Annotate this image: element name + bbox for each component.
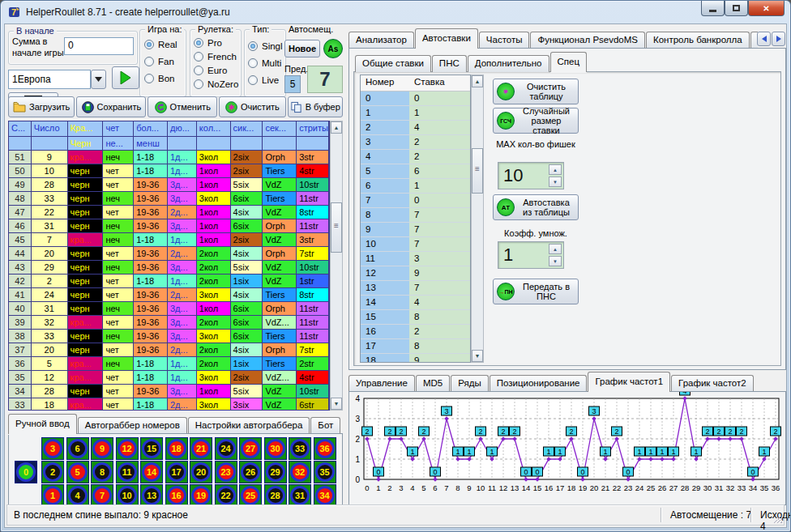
radio-icon[interactable] [194, 79, 203, 89]
send-to-pns-button[interactable]: →ПН Передать в ПНС [493, 279, 579, 304]
number-button-24[interactable]: 24 [215, 437, 237, 460]
number-button-1[interactable]: 1 [41, 484, 64, 507]
radio-icon[interactable] [248, 41, 258, 51]
spin-up-icon[interactable]: ▲ [549, 164, 562, 175]
table-row[interactable]: 4420чернчет19-362д...2кол4sixOrph7str [9, 247, 329, 261]
bets-row[interactable]: 61 [361, 179, 470, 194]
table-row[interactable]: 4722чернчет19-362д...1кол4sixVdZ8str [9, 206, 329, 219]
number-button-14[interactable]: 14 [140, 461, 163, 483]
number-button-36[interactable]: 36 [314, 437, 336, 460]
spin-up-icon[interactable]: ▲ [549, 244, 562, 254]
number-button-35[interactable]: 35 [314, 461, 336, 483]
table-row[interactable]: 4031черннеч19-363д...1кол6sixOrph11str [9, 302, 329, 316]
maximize-button[interactable] [725, 1, 748, 16]
sub-tab-ПНС[interactable]: ПНС [432, 55, 467, 72]
radio-icon[interactable] [144, 57, 154, 66]
radio-option-French[interactable]: French [194, 52, 238, 62]
table-row[interactable]: 3512кра...чет1-181д...3кол2sixVdZ...4str [9, 371, 329, 385]
bets-row[interactable]: 32 [361, 135, 470, 150]
main-tab-Анализатор[interactable]: Анализатор [348, 32, 414, 49]
bets-row[interactable]: 97 [361, 223, 470, 237]
history-table-scrollbar[interactable]: ▲ ▼ [330, 121, 343, 411]
radio-icon[interactable] [194, 66, 203, 75]
tab-Автограббер номеров[interactable]: Автограббер номеров [78, 417, 187, 434]
bets-row[interactable]: 144 [361, 296, 470, 310]
max-chips-spinner[interactable]: 10 ▲▼ [498, 162, 564, 189]
number-button-11[interactable]: 11 [116, 461, 139, 483]
bets-scrollbar[interactable]: ▲ ▼ [471, 74, 484, 363]
close-button[interactable]: ✕ [748, 1, 785, 16]
scroll-down-icon[interactable]: ▼ [472, 350, 483, 362]
history-table[interactable]: С...ЧислоКра...четбол...дю...кол...сик..… [8, 121, 330, 411]
number-button-5[interactable]: 5 [66, 461, 89, 483]
main-tab-Контроль банкролла[interactable]: Контроль банкролла [646, 32, 750, 49]
scroll-up-icon[interactable]: ▲ [331, 121, 342, 134]
table-row[interactable]: 4833черннеч19-363д...3кол6sixTiers11str [9, 192, 329, 206]
copy-to-clipboard-button[interactable]: В буфер [288, 96, 343, 117]
radio-option-Multi[interactable]: Multi [248, 58, 283, 68]
number-button-10[interactable]: 10 [116, 484, 139, 507]
number-button-33[interactable]: 33 [289, 437, 311, 460]
main-tab-Частоты[interactable]: Частоты [479, 32, 530, 49]
spin-down-icon[interactable]: ▼ [549, 256, 562, 266]
number-button-28[interactable]: 28 [264, 484, 287, 507]
table-row[interactable]: 4124чернчет19-362д...3кол4sixTiers8str [9, 288, 329, 302]
radio-icon[interactable] [248, 58, 258, 68]
spin-down-icon[interactable]: ▼ [549, 177, 562, 187]
number-button-23[interactable]: 23 [215, 461, 237, 483]
start-sum-input[interactable]: 0 [64, 37, 134, 55]
number-button-13[interactable]: 13 [140, 484, 163, 507]
radio-icon[interactable] [248, 75, 258, 85]
number-button-16[interactable]: 16 [165, 484, 188, 507]
table-row[interactable]: 3428чернчет19-363д...1кол5sixVdZ10str [9, 385, 329, 398]
main-tab-Функционал PsevdoMS[interactable]: Функционал PsevdoMS [530, 32, 645, 49]
chart-tab-График частот2[interactable]: График частот2 [671, 375, 754, 392]
number-button-27[interactable]: 27 [239, 437, 262, 460]
table-row[interactable]: 5010чернчет1-181д...1кол2sixTiers4str [9, 164, 329, 178]
bets-row[interactable]: 11 [361, 106, 470, 121]
bets-row[interactable]: 158 [361, 310, 470, 325]
number-button-9[interactable]: 9 [91, 437, 113, 460]
scrollbar-thumb[interactable] [331, 202, 342, 253]
number-button-2[interactable]: 2 [41, 461, 64, 483]
tabs-scroll-right-button[interactable] [772, 32, 785, 46]
chart-tab-Ряды[interactable]: Ряды [451, 375, 489, 392]
number-button-32[interactable]: 32 [289, 461, 311, 483]
number-button-30[interactable]: 30 [264, 437, 287, 460]
table-row[interactable]: 3318кра...чет1-182д...3кол3sixVdZ6str [9, 398, 329, 411]
sub-tab-Общие ставки[interactable]: Общие ставки [355, 55, 431, 72]
tabs-scroll-left-button[interactable] [757, 32, 771, 46]
number-button-12[interactable]: 12 [116, 437, 139, 460]
chart-tab-Управление[interactable]: Управление [348, 375, 415, 392]
number-button-4[interactable]: 4 [66, 484, 89, 507]
radio-icon[interactable] [144, 40, 154, 49]
number-button-34[interactable]: 34 [314, 484, 336, 507]
chart-tab-MD5[interactable]: MD5 [416, 375, 450, 392]
number-button-3[interactable]: 3 [41, 437, 64, 460]
chart-tab-График частот1[interactable]: График частот1 [588, 372, 670, 392]
tab-Бот[interactable]: Бот [310, 417, 340, 434]
radio-icon[interactable] [194, 52, 203, 62]
load-button[interactable]: Загрузить [8, 96, 75, 117]
clear-button[interactable]: Очистить [219, 96, 285, 117]
bets-table[interactable]: Номер Ставка 001124324256617087971071131… [360, 74, 471, 363]
coef-spinner[interactable]: 1 ▲▼ [498, 241, 564, 269]
table-row[interactable]: 4631черннеч19-363д...1кол6sixOrph11str [9, 219, 329, 233]
number-button-19[interactable]: 19 [190, 484, 212, 507]
radio-option-Pro[interactable]: Pro [194, 38, 238, 48]
undo-button[interactable]: Отменить [148, 96, 217, 117]
table-row[interactable]: С...ЧислоКра...четбол...дю...кол...сик..… [9, 121, 329, 137]
table-row[interactable]: 4928чернчет19-363д...1кол5sixVdZ10str [9, 178, 329, 192]
bets-row[interactable]: 00 [361, 92, 470, 106]
bets-row[interactable]: 24 [361, 121, 470, 135]
number-button-8[interactable]: 8 [91, 461, 113, 483]
bets-row[interactable]: 129 [361, 266, 470, 281]
radio-option-Euro[interactable]: Euro [194, 66, 238, 75]
resize-grip[interactable] [774, 515, 782, 523]
table-row[interactable]: 3720чернчет19-362д...2кол4sixOrph7str [9, 343, 329, 357]
clear-table-button[interactable]: Очистить таблицу [493, 79, 579, 104]
save-button[interactable]: Сохранить [76, 96, 146, 117]
table-row[interactable]: 365кра...неч1-181д...2кол1sixTiers2str [9, 357, 329, 371]
title-bar[interactable]: 7 HelperRoullet 8.71 - create helperroul… [1, 1, 790, 23]
minimize-button[interactable] [701, 1, 725, 16]
